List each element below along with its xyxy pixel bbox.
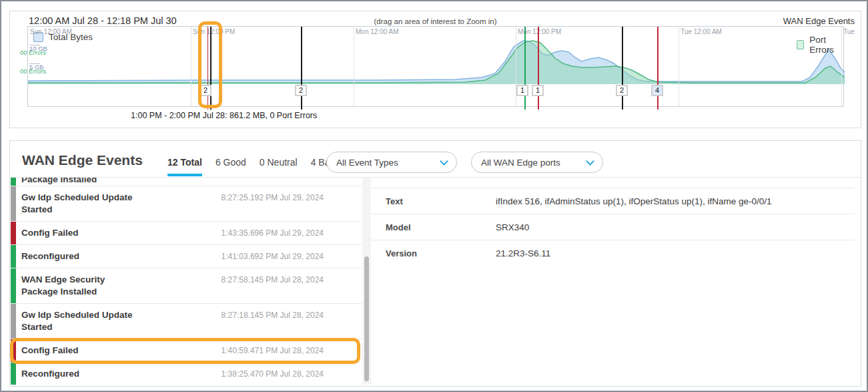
event-count-marker[interactable]: 4 (651, 85, 663, 96)
y-axis-errors-label: 00 Errors (20, 49, 67, 56)
wan-edge-ports-dropdown[interactable]: All WAN Edge ports (471, 152, 603, 173)
event-timestamp: 1:41:03.692 PM Jul 29, 2024 (222, 250, 324, 262)
event-time-line (622, 27, 623, 110)
event-timestamp: 8:27:58.145 PM Jul 28, 2024 (222, 274, 324, 286)
event-count-marker[interactable]: 1 (516, 85, 528, 96)
status-bar-good (11, 178, 16, 186)
legend-port-errors-label: Port Errors (809, 35, 843, 55)
detail-row: Version21.2R3-S6.11 (371, 240, 855, 266)
event-count-marker[interactable]: 2 (295, 85, 307, 96)
tab-0-neutral[interactable]: 0 Neutral (260, 157, 298, 176)
y-axis-label-group: 5 GB00 Errors (20, 63, 67, 75)
event-row[interactable]: Gw Idp Scheduled Update Started8:27:25.1… (10, 186, 362, 222)
time-axis-label: Mon 12:00 AM (356, 28, 398, 35)
y-axis-label-group: 10 GB00 Errors (20, 45, 67, 56)
timeline-card: 12:00 AM Jul 28 - 12:18 PM Jul 30 (drag … (9, 11, 861, 128)
event-title: Config Failed (21, 345, 79, 357)
timeline-area-chart (28, 27, 845, 108)
event-title: WAN Edge Security Package Installed (21, 178, 135, 186)
event-timestamp: 1:43:35.696 PM Jul 29, 2024 (222, 227, 324, 239)
event-row[interactable]: WAN Edge Security Package Installed (10, 178, 362, 186)
time-gridline (679, 27, 679, 106)
wan-edge-events-card: WAN Edge Events 12 Total6 Good0 Neutral4… (9, 140, 861, 387)
status-bar-good (11, 268, 16, 303)
event-count-marker[interactable]: 1 (532, 85, 544, 96)
status-bar-bad (11, 339, 16, 362)
annotation-highlight-chart (198, 21, 222, 108)
event-time-line (538, 27, 539, 110)
time-gridline (841, 27, 842, 106)
event-list-scrollbar[interactable] (362, 178, 371, 385)
event-count-marker[interactable]: 2 (616, 85, 628, 96)
tab-6-good[interactable]: 6 Good (215, 157, 246, 176)
event-timestamp: 1:38:25.470 PM Jul 28, 2024 (222, 368, 324, 380)
event-row[interactable]: Gw Idp Scheduled Update Started8:27:18.1… (10, 304, 362, 339)
status-bar-neutral (11, 186, 16, 221)
detail-value: SRX340 (496, 222, 529, 232)
detail-value: ifIndex 516, ifAdminStatus up(1), ifOper… (496, 196, 771, 206)
event-list: WAN Edge Security Package InstalledGw Id… (10, 178, 362, 385)
event-timestamp: 8:27:25.192 PM Jul 29, 2024 (222, 192, 324, 204)
event-timestamp: 1:40:59.471 PM Jul 28, 2024 (222, 345, 324, 357)
port-errors-checkbox-icon[interactable] (797, 40, 804, 49)
event-title: WAN Edge Security Package Installed (21, 274, 135, 298)
event-row[interactable]: WAN Edge Security Package Installed8:27:… (10, 268, 362, 304)
event-time-line (301, 27, 302, 110)
event-title: Reconfigured (21, 368, 79, 380)
status-bar-neutral (11, 304, 16, 339)
event-row[interactable]: Config Failed1:40:59.471 PM Jul 28, 2024 (10, 339, 362, 363)
event-types-dropdown-value: All Event Types (336, 158, 398, 168)
event-types-dropdown[interactable]: All Event Types (326, 152, 457, 173)
scrollbar-thumb[interactable] (364, 256, 369, 381)
legend-port-errors[interactable]: Port Errors (797, 35, 843, 55)
event-detail-table: TextifIndex 516, ifAdminStatus up(1), if… (371, 188, 855, 266)
detail-row: ModelSRX340 (371, 214, 855, 240)
event-row[interactable]: Reconfigured1:38:25.470 PM Jul 28, 2024 (10, 363, 362, 385)
event-time-line (657, 27, 659, 110)
event-title: Reconfigured (21, 250, 79, 262)
event-title: Gw Idp Scheduled Update Started (21, 309, 135, 333)
time-axis-label: Tue (843, 28, 855, 35)
event-title: Config Failed (21, 227, 79, 239)
tab-12-total[interactable]: 12 Total (167, 157, 202, 176)
timeline-plot[interactable]: Total Bytes Port Errors Sun 12:00 AMSun … (27, 26, 844, 107)
page-title: WAN Edge Events (22, 152, 143, 168)
status-bar-good (11, 245, 16, 268)
event-title: Gw Idp Scheduled Update Started (21, 192, 135, 216)
event-time-line (524, 27, 526, 110)
detail-value: 21.2R3-S6.11 (496, 248, 550, 258)
status-bar-good (11, 363, 16, 385)
detail-label: Model (386, 222, 496, 232)
event-row[interactable]: Config Failed1:43:35.696 PM Jul 29, 2024 (10, 222, 362, 245)
wan-edge-ports-dropdown-value: All WAN Edge ports (481, 158, 560, 168)
timeline-card-label: WAN Edge Events (783, 16, 855, 26)
detail-label: Text (386, 196, 496, 206)
event-timestamp: 8:27:18.145 PM Jul 28, 2024 (222, 309, 324, 321)
chevron-down-icon (586, 157, 594, 166)
time-axis-label: Sun 12:00 AM (30, 28, 72, 35)
status-bar-bad (11, 222, 16, 244)
time-gridline (191, 27, 191, 106)
timeline-hover-summary: 1:00 PM - 2:00 PM Jul 28: 861.2 MB, 0 Po… (131, 111, 317, 120)
detail-row: TextifIndex 516, ifAdminStatus up(1), if… (371, 188, 855, 214)
time-gridline (354, 27, 354, 106)
event-row[interactable]: Reconfigured1:41:03.692 PM Jul 29, 2024 (10, 245, 362, 268)
event-count-tabs: 12 Total6 Good0 Neutral4 Bad (167, 157, 335, 176)
page: 12:00 AM Jul 28 - 12:18 PM Jul 30 (drag … (0, 0, 868, 392)
time-axis-label: Tue 12:00 AM (681, 28, 722, 35)
chevron-down-icon (440, 157, 448, 166)
drag-zoom-hint: (drag an area of interest to Zoom in) (10, 17, 861, 25)
y-axis-errors-label: 00 Errors (20, 68, 67, 75)
detail-label: Version (386, 248, 496, 258)
event-detail-panel: TextifIndex 516, ifAdminStatus up(1), if… (371, 178, 855, 383)
